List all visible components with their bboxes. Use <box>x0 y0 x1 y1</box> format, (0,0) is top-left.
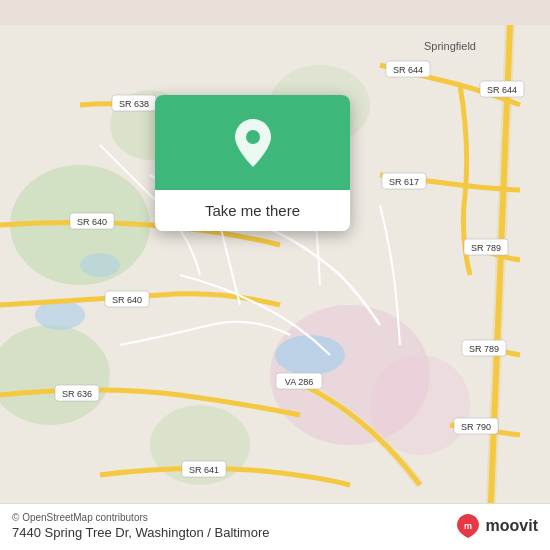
svg-text:SR 644: SR 644 <box>487 85 517 95</box>
location-pin-icon <box>231 117 275 169</box>
svg-text:VA 286: VA 286 <box>285 377 313 387</box>
svg-text:SR 636: SR 636 <box>62 389 92 399</box>
svg-point-10 <box>80 253 120 277</box>
svg-text:SR 789: SR 789 <box>471 243 501 253</box>
osm-credit: © OpenStreetMap contributors <box>12 512 269 523</box>
location-popup: Take me there <box>155 95 350 231</box>
bottom-bar: © OpenStreetMap contributors 7440 Spring… <box>0 503 550 550</box>
svg-text:m: m <box>464 521 472 531</box>
svg-text:SR 640: SR 640 <box>77 217 107 227</box>
address-label: 7440 Spring Tree Dr, Washington / Baltim… <box>12 525 269 540</box>
moovit-icon: m <box>454 512 482 540</box>
svg-text:SR 644: SR 644 <box>393 65 423 75</box>
svg-text:SR 789: SR 789 <box>469 344 499 354</box>
take-me-there-button[interactable]: Take me there <box>155 190 350 231</box>
svg-text:SR 617: SR 617 <box>389 177 419 187</box>
svg-text:Springfield: Springfield <box>424 40 476 52</box>
map-container: SR 638 SR 640 SR 640 SR 636 SR 641 SR 64… <box>0 0 550 550</box>
svg-text:SR 790: SR 790 <box>461 422 491 432</box>
moovit-logo: m moovit <box>454 512 538 540</box>
bottom-left-info: © OpenStreetMap contributors 7440 Spring… <box>12 512 269 540</box>
svg-point-8 <box>275 335 345 375</box>
popup-header <box>155 95 350 190</box>
map-background: SR 638 SR 640 SR 640 SR 636 SR 641 SR 64… <box>0 0 550 550</box>
svg-text:SR 641: SR 641 <box>189 465 219 475</box>
svg-point-38 <box>246 130 260 144</box>
moovit-label: moovit <box>486 517 538 535</box>
svg-text:SR 638: SR 638 <box>119 99 149 109</box>
svg-text:SR 640: SR 640 <box>112 295 142 305</box>
